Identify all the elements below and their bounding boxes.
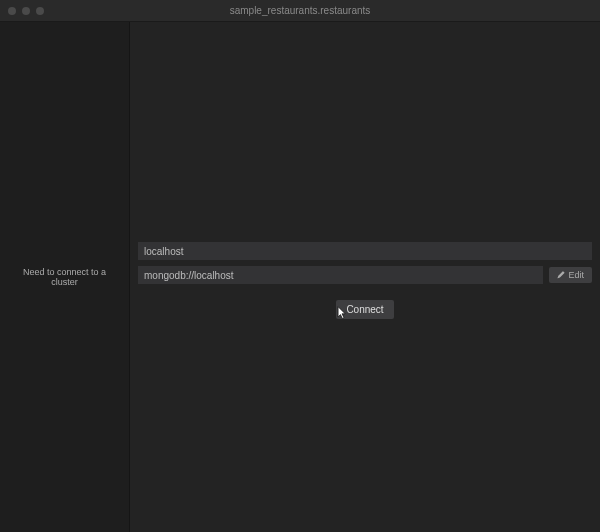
sidebar: Need to connect to a cluster [0,22,130,532]
edit-button-label: Edit [568,270,584,280]
close-window-icon[interactable] [8,7,16,15]
edit-button[interactable]: Edit [549,267,592,283]
content-panel: Edit Connect [130,22,600,532]
maximize-window-icon[interactable] [36,7,44,15]
minimize-window-icon[interactable] [22,7,30,15]
connection-uri-input[interactable] [138,266,543,284]
name-row [130,242,600,260]
window-title: sample_restaurants.restaurants [230,5,371,16]
sidebar-message: Need to connect to a cluster [10,267,119,287]
connect-row: Connect [130,300,600,319]
uri-row: Edit [130,266,600,284]
connection-name-input[interactable] [138,242,592,260]
window-controls [0,7,44,15]
title-bar: sample_restaurants.restaurants [0,0,600,22]
connect-button[interactable]: Connect [336,300,393,319]
main-area: Need to connect to a cluster Edit Connec… [0,22,600,532]
pencil-icon [557,271,565,279]
